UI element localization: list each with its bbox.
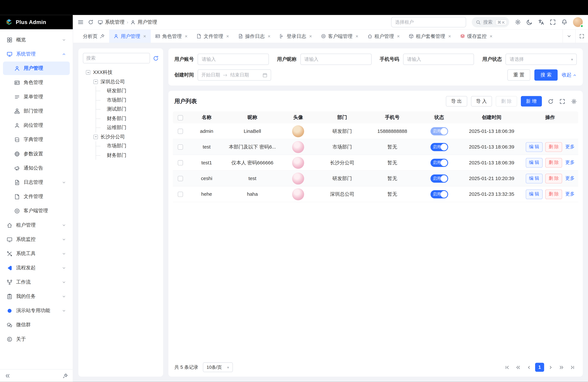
tab-login-log[interactable]: 登录日志 × — [275, 30, 316, 43]
sidebar-item-system-management[interactable]: 系统管理 — [3, 47, 70, 61]
tree-node-department[interactable]: 市场部门 — [83, 95, 159, 105]
sidebar-item-menu-management[interactable]: 菜单管理 — [3, 90, 70, 104]
row-delete-button[interactable]: 删 除 — [545, 158, 562, 168]
fullscreen-table-icon[interactable] — [559, 99, 565, 104]
tab-role-management[interactable]: 角色管理 × — [151, 30, 192, 43]
sidebar-collapse-button[interactable] — [5, 373, 10, 378]
prev-page-button[interactable] — [524, 363, 533, 372]
sidebar-item-demo-features[interactable]: 演示站专用功能 — [3, 304, 70, 318]
tabs-dropdown-button[interactable] — [563, 30, 575, 43]
fullscreen-icon[interactable] — [550, 19, 556, 25]
sidebar-item-wechat-group[interactable]: 微信群 — [3, 318, 70, 332]
tab-operation-log[interactable]: 操作日志 × — [233, 30, 275, 43]
tabs-fullscreen-button[interactable] — [575, 30, 588, 43]
close-icon[interactable]: × — [226, 34, 229, 39]
collapse-box-icon[interactable] — [86, 70, 90, 75]
close-icon[interactable]: × — [448, 34, 451, 39]
next-page-button[interactable] — [546, 363, 555, 372]
refresh-table-icon[interactable] — [548, 99, 553, 104]
import-button[interactable]: 导 入 — [471, 96, 492, 106]
breadcrumb-system[interactable]: 系统管理 — [105, 19, 125, 25]
dark-mode-moon-icon[interactable] — [526, 19, 532, 25]
sidebar-item-dict-management[interactable]: 字典管理 — [3, 133, 70, 146]
user-avatar[interactable] — [573, 17, 583, 27]
add-button[interactable]: 新 增 — [521, 96, 542, 106]
close-icon[interactable]: × — [268, 34, 271, 39]
first-page-button[interactable] — [503, 363, 512, 372]
sidebar-item-system-tools[interactable]: 系统工具 — [3, 247, 70, 260]
sidebar-item-workflow[interactable]: 工作流 — [3, 275, 70, 289]
close-icon[interactable]: × — [143, 34, 146, 39]
sidebar-pin-button[interactable] — [63, 373, 68, 378]
more-button[interactable]: 更多 — [565, 175, 575, 181]
phone-input[interactable] — [403, 54, 474, 65]
collapse-filters-link[interactable]: 收起 — [562, 72, 577, 78]
date-range-picker[interactable]: 开始日期 结束日期 — [198, 69, 271, 81]
more-button[interactable]: 更多 — [565, 191, 575, 196]
tree-refresh-icon[interactable] — [153, 55, 159, 61]
sidebar-item-client-management[interactable]: 客户端管理 — [3, 204, 70, 218]
status-select[interactable]: 请选择 ▾ — [505, 54, 577, 65]
sidebar-item-my-tasks[interactable]: 我的任务 — [3, 290, 70, 303]
last-page-button[interactable] — [568, 363, 577, 372]
sidebar-item-system-monitor[interactable]: 系统监控 — [3, 233, 70, 246]
status-toggle[interactable]: 启用 — [430, 158, 448, 167]
export-button[interactable]: 导 出 — [446, 96, 467, 106]
tab-user-management[interactable]: 用户管理 × — [109, 30, 151, 43]
breadcrumb-user-management[interactable]: 用户管理 — [138, 19, 157, 25]
sidebar-item-user-management[interactable]: 用户管理 — [3, 62, 70, 75]
next-5-pages-button[interactable] — [557, 363, 566, 372]
row-delete-button[interactable]: 删 除 — [545, 173, 562, 183]
edit-button[interactable]: 编 辑 — [525, 189, 543, 199]
close-icon[interactable]: × — [490, 34, 492, 39]
status-toggle[interactable]: 启用 — [430, 143, 448, 151]
row-delete-button[interactable]: 删 除 — [545, 142, 562, 152]
sidebar-item-role-management[interactable]: 角色管理 — [3, 76, 70, 89]
row-checkbox[interactable] — [178, 160, 183, 166]
sidebar-item-tenant-management[interactable]: 租户管理 — [3, 218, 70, 232]
sidebar-item-overview[interactable]: 概览 — [3, 33, 70, 46]
global-search-button[interactable]: 搜索 ⌘ K — [472, 17, 509, 27]
tab-tenant-management[interactable]: 租户管理 × — [363, 30, 404, 43]
row-checkbox[interactable] — [178, 145, 183, 150]
pin-icon[interactable] — [100, 34, 105, 39]
collapse-box-icon[interactable] — [93, 79, 98, 84]
reset-button[interactable]: 重 置 — [507, 69, 530, 81]
tree-node-department[interactable]: 市场部门 — [83, 142, 159, 151]
search-button[interactable]: 搜 索 — [535, 69, 558, 81]
tree-node-company[interactable]: 深圳总公司 — [83, 77, 159, 86]
row-delete-button[interactable]: 删 除 — [545, 189, 562, 199]
row-checkbox[interactable] — [178, 129, 183, 134]
tree-node-department[interactable]: 运维部门 — [83, 123, 159, 132]
close-icon[interactable]: × — [356, 34, 358, 39]
edit-button[interactable]: 编 辑 — [525, 173, 543, 183]
language-translate-icon[interactable] — [538, 19, 544, 25]
sidebar-item-process-start[interactable]: 流程发起 — [3, 261, 70, 275]
tree-node-department[interactable]: 测试部门 — [83, 105, 159, 114]
page-size-select[interactable]: 10条/页 ▾ — [203, 362, 233, 372]
sidebar-item-post-management[interactable]: 岗位管理 — [3, 119, 70, 132]
tree-node-root[interactable]: XXX科技 — [83, 68, 159, 77]
prev-5-pages-button[interactable] — [513, 363, 522, 372]
tree-node-department[interactable]: 财务部门 — [83, 151, 159, 160]
tree-node-company[interactable]: 长沙分公司 — [83, 132, 159, 141]
tab-tenant-package-management[interactable]: 租户套餐管理 × — [404, 30, 456, 43]
tab-cache-monitor[interactable]: 缓存监控 × — [456, 30, 497, 43]
tenant-select-input[interactable] — [391, 17, 466, 27]
status-toggle[interactable]: 启用 — [430, 190, 448, 198]
select-all-checkbox[interactable] — [178, 115, 183, 120]
collapse-box-icon[interactable] — [93, 135, 98, 139]
status-toggle[interactable]: 启用 — [430, 127, 448, 135]
more-button[interactable]: 更多 — [565, 144, 575, 149]
close-icon[interactable]: × — [309, 34, 312, 39]
nickname-input[interactable] — [300, 54, 371, 65]
sidebar-item-about[interactable]: 关于 — [3, 332, 70, 346]
sidebar-item-notice[interactable]: 通知公告 — [3, 161, 70, 175]
notification-bell-icon[interactable] — [561, 19, 567, 25]
close-icon[interactable]: × — [397, 34, 400, 39]
row-checkbox[interactable] — [178, 176, 183, 181]
tree-search-input[interactable] — [83, 53, 150, 64]
hamburger-menu-icon[interactable] — [78, 19, 84, 25]
tab-analysis[interactable]: 分析页 — [78, 30, 109, 43]
refresh-page-icon[interactable] — [88, 20, 93, 25]
